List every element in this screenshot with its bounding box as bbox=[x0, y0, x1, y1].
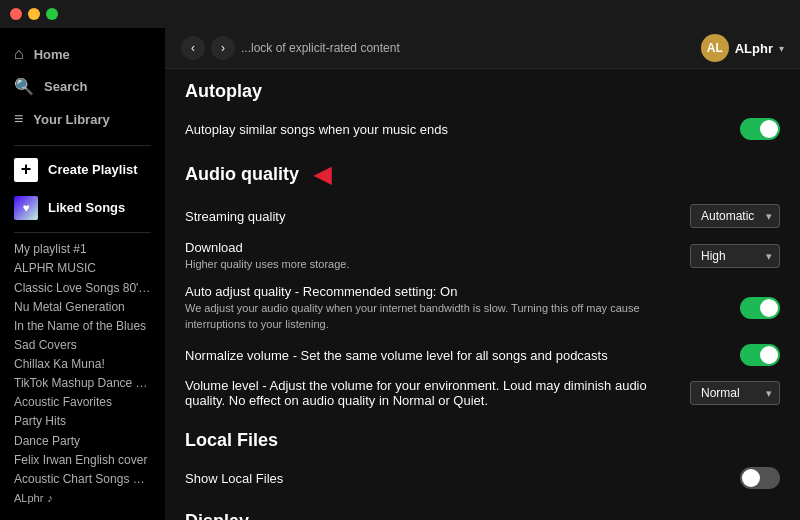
autoplay-toggle-slider bbox=[740, 118, 780, 140]
create-playlist-button[interactable]: + Create Playlist bbox=[0, 151, 165, 189]
maximize-button[interactable] bbox=[46, 8, 58, 20]
sidebar-divider-1 bbox=[14, 145, 151, 146]
local-files-toggle[interactable] bbox=[740, 467, 780, 489]
sidebar-item-home-label: Home bbox=[34, 47, 70, 62]
main-content: ‹ › ...lock of explicit-rated content AL… bbox=[165, 28, 800, 520]
audio-quality-section: Audio quality ◀ Streaming quality Automa… bbox=[185, 162, 780, 414]
auto-adjust-desc: We adjust your audio quality when your i… bbox=[185, 301, 665, 332]
playlist-item[interactable]: Party Hits bbox=[0, 409, 165, 428]
download-quality-row: Download Higher quality uses more storag… bbox=[185, 234, 780, 278]
search-icon: 🔍 bbox=[14, 77, 34, 96]
local-files-label: Show Local Files bbox=[185, 471, 283, 486]
nav-arrows: ‹ › ...lock of explicit-rated content bbox=[181, 36, 400, 60]
playlist-item[interactable]: Classic Love Songs 80's 90's bbox=[0, 276, 165, 295]
autoplay-row: Autoplay similar songs when your music e… bbox=[185, 112, 780, 146]
normalize-toggle-slider bbox=[740, 344, 780, 366]
username-label: ALphr bbox=[735, 41, 773, 56]
library-icon: ≡ bbox=[14, 110, 23, 128]
playlist-item[interactable]: Nu Metal Generation bbox=[0, 295, 165, 314]
footer-username: ALphr bbox=[14, 492, 43, 504]
playlist-item[interactable]: ALPHR MUSIC bbox=[0, 256, 165, 275]
minimize-button[interactable] bbox=[28, 8, 40, 20]
create-playlist-label: Create Playlist bbox=[48, 162, 138, 177]
volume-level-info: Volume level - Adjust the volume for you… bbox=[185, 378, 680, 408]
streaming-quality-row: Streaming quality Automatic Very High Hi… bbox=[185, 198, 780, 234]
sidebar-item-library-label: Your Library bbox=[33, 112, 109, 127]
download-quality-info: Download Higher quality uses more storag… bbox=[185, 240, 680, 272]
autoplay-title: Autoplay bbox=[185, 81, 780, 102]
window-controls bbox=[10, 8, 58, 20]
volume-level-select-wrapper: Normal Loud Quiet bbox=[690, 381, 780, 405]
sidebar-item-library[interactable]: ≡ Your Library bbox=[0, 103, 165, 135]
sidebar: ⌂ Home 🔍 Search ≡ Your Library + Create … bbox=[0, 28, 165, 520]
normalize-volume-row: Normalize volume - Set the same volume l… bbox=[185, 338, 780, 372]
volume-level-row: Volume level - Adjust the volume for you… bbox=[185, 372, 780, 414]
auto-adjust-row: Auto adjust quality - Recommended settin… bbox=[185, 278, 780, 338]
explicit-content-label: ...lock of explicit-rated content bbox=[241, 41, 400, 55]
forward-button[interactable]: › bbox=[211, 36, 235, 60]
autoplay-label: Autoplay similar songs when your music e… bbox=[185, 122, 448, 137]
display-title: Display bbox=[185, 511, 780, 520]
local-files-info: Show Local Files bbox=[185, 471, 730, 486]
titlebar bbox=[0, 0, 800, 28]
playlist-item[interactable]: Acoustic Favorites bbox=[0, 390, 165, 409]
user-area[interactable]: AL ALphr ▾ bbox=[701, 34, 784, 62]
liked-songs-label: Liked Songs bbox=[48, 200, 125, 215]
streaming-quality-info: Streaming quality bbox=[185, 209, 680, 224]
auto-adjust-label: Auto adjust quality - Recommended settin… bbox=[185, 284, 457, 299]
local-files-section: Local Files Show Local Files bbox=[185, 430, 780, 495]
local-files-title: Local Files bbox=[185, 430, 780, 451]
download-quality-select-wrapper: High Very High Normal Low bbox=[690, 244, 780, 268]
autoplay-info: Autoplay similar songs when your music e… bbox=[185, 122, 730, 137]
settings-content: Autoplay Autoplay similar songs when you… bbox=[165, 69, 800, 520]
streaming-quality-label: Streaming quality bbox=[185, 209, 285, 224]
liked-songs-button[interactable]: ♥ Liked Songs bbox=[0, 189, 165, 227]
autoplay-toggle[interactable] bbox=[740, 118, 780, 140]
playlist-item[interactable]: Chillax Ka Muna! bbox=[0, 352, 165, 371]
normalize-toggle[interactable] bbox=[740, 344, 780, 366]
music-note-icon: ♪ bbox=[47, 492, 53, 504]
playlist-item[interactable]: Felix Irwan English cover bbox=[0, 448, 165, 467]
download-quality-select[interactable]: High Very High Normal Low bbox=[690, 244, 780, 268]
home-icon: ⌂ bbox=[14, 45, 24, 63]
playlist-item[interactable]: My playlist #1 bbox=[0, 237, 165, 256]
close-button[interactable] bbox=[10, 8, 22, 20]
playlist-item[interactable]: TikTok Mashup Dance Craze... bbox=[0, 371, 165, 390]
display-section: Display Show announcements about new rel… bbox=[185, 511, 780, 520]
avatar: AL bbox=[701, 34, 729, 62]
normalize-volume-label: Normalize volume - Set the same volume l… bbox=[185, 348, 608, 363]
local-files-toggle-slider bbox=[740, 467, 780, 489]
auto-adjust-info: Auto adjust quality - Recommended settin… bbox=[185, 284, 730, 332]
chevron-down-icon: ▾ bbox=[779, 43, 784, 54]
sidebar-item-search-label: Search bbox=[44, 79, 87, 94]
red-arrow-icon: ◀ bbox=[314, 162, 331, 188]
download-quality-label: Download bbox=[185, 240, 243, 255]
sidebar-divider-2 bbox=[14, 232, 151, 233]
playlist-item[interactable]: Sad Covers bbox=[0, 333, 165, 352]
plus-icon: + bbox=[14, 158, 38, 182]
auto-adjust-toggle[interactable] bbox=[740, 297, 780, 319]
normalize-volume-info: Normalize volume - Set the same volume l… bbox=[185, 348, 730, 363]
heart-icon: ♥ bbox=[14, 196, 38, 220]
playlist-item[interactable]: Dance Party bbox=[0, 429, 165, 448]
streaming-quality-select[interactable]: Automatic Very High High Normal Low bbox=[690, 204, 780, 228]
playlist-item[interactable]: In the Name of the Blues bbox=[0, 314, 165, 333]
volume-level-select[interactable]: Normal Loud Quiet bbox=[690, 381, 780, 405]
app-body: ⌂ Home 🔍 Search ≡ Your Library + Create … bbox=[0, 28, 800, 520]
sidebar-item-home[interactable]: ⌂ Home bbox=[0, 38, 165, 70]
sidebar-item-search[interactable]: 🔍 Search bbox=[0, 70, 165, 103]
streaming-quality-select-wrapper: Automatic Very High High Normal Low bbox=[690, 204, 780, 228]
back-button[interactable]: ‹ bbox=[181, 36, 205, 60]
playlist-item[interactable]: Acoustic Chart Songs 2021... bbox=[0, 467, 165, 486]
auto-adjust-toggle-slider bbox=[740, 297, 780, 319]
sidebar-nav: ⌂ Home 🔍 Search ≡ Your Library bbox=[0, 28, 165, 140]
autoplay-section: Autoplay Autoplay similar songs when you… bbox=[185, 81, 780, 146]
download-quality-desc: Higher quality uses more storage. bbox=[185, 257, 665, 272]
sidebar-footer: ALphr ♪ bbox=[0, 486, 165, 510]
local-files-row: Show Local Files bbox=[185, 461, 780, 495]
audio-quality-title: Audio quality ◀ bbox=[185, 162, 780, 188]
volume-level-label: Volume level - Adjust the volume for you… bbox=[185, 378, 647, 408]
top-bar: ‹ › ...lock of explicit-rated content AL… bbox=[165, 28, 800, 69]
